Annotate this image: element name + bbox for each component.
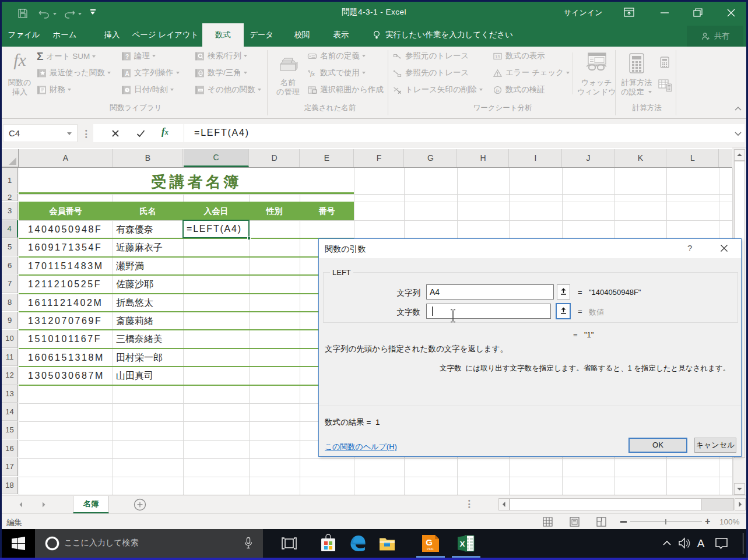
insert-function-button[interactable]: fx 関数の挿入 [5, 50, 34, 96]
column-header-f[interactable]: F [354, 149, 404, 167]
active-cell-c4[interactable]: =LEFT(A4) [182, 220, 250, 238]
ribbon-item-trace-precedents[interactable]: 参照元のトレース [392, 51, 469, 64]
cell-a10[interactable]: 1510101167F [28, 330, 101, 348]
ribbon-item-evaluate-formula[interactable]: fx数式の検証 [493, 84, 545, 97]
row-header-2[interactable]: 2 [2, 194, 18, 201]
tray-ime-icon[interactable]: A [695, 529, 707, 558]
tab-file[interactable]: ファイル [4, 23, 44, 47]
calculate-now-button[interactable] [659, 57, 670, 69]
table-header-cell[interactable]: 性別 [249, 202, 300, 220]
show-desktop-strip[interactable] [743, 533, 743, 554]
ribbon-item-datetime[interactable]: 日付/時刻 [121, 84, 174, 97]
tab-view[interactable]: 表示 [323, 23, 359, 47]
next-sheet-icon[interactable] [41, 501, 47, 508]
share-button[interactable]: 共有 [687, 26, 743, 47]
cell-b4[interactable]: 有森優奈 [116, 220, 153, 238]
cell-b11[interactable]: 田村栄一郎 [116, 348, 163, 367]
new-sheet-icon[interactable] [133, 498, 147, 512]
cell-a12[interactable]: 1305030687M [28, 367, 104, 385]
edge-icon[interactable] [349, 529, 367, 558]
row-header-9[interactable]: 9 [2, 312, 18, 329]
vscroll-up-button[interactable] [734, 149, 745, 161]
column-header-l[interactable]: L [667, 149, 719, 167]
sign-in-button[interactable]: サインイン [564, 8, 603, 18]
ribbon-item-use-in-formula[interactable]: fx数式で使用 [307, 68, 366, 80]
expand-formula-bar-icon[interactable] [734, 131, 742, 137]
ribbon-item-text[interactable]: A文字列操作 [121, 68, 180, 80]
tab-review[interactable]: 校閲 [284, 23, 320, 47]
row-header-12[interactable]: 12 [2, 367, 18, 384]
insert-function-icon[interactable]: fx [161, 126, 168, 138]
minimize-button[interactable] [653, 6, 676, 20]
zoom-slider-handle[interactable] [665, 519, 666, 524]
row-header-10[interactable]: 10 [2, 330, 18, 347]
column-header-e[interactable]: E [300, 149, 354, 167]
cell-a4[interactable]: 1404050948F [28, 220, 102, 238]
column-header-i[interactable]: I [510, 149, 562, 167]
cell-b12[interactable]: 山田真司 [116, 367, 153, 385]
tab-home[interactable]: ホーム [47, 23, 82, 47]
column-header-k[interactable]: K [615, 149, 666, 167]
cell-b9[interactable]: 斎藤莉緒 [116, 312, 153, 330]
arg2-collapse-button[interactable] [556, 303, 571, 319]
cell-b7[interactable]: 佐藤沙耶 [116, 275, 153, 293]
calculate-sheet-button[interactable] [658, 79, 673, 92]
name-box-dropdown-icon[interactable] [67, 132, 72, 135]
cell-a6[interactable]: 1701151483M [28, 257, 104, 275]
ribbon-item-show-formulas[interactable]: 15数式の表示 [493, 51, 545, 64]
row-header-3[interactable]: 3 [2, 202, 18, 220]
taskbar-search[interactable]: ここに入力して検索 [35, 529, 263, 558]
ribbon-item-create-from-selection[interactable]: 選択範囲から作成 [307, 84, 384, 97]
column-header-d[interactable]: D [250, 149, 300, 167]
cell-b6[interactable]: 瀬野満 [116, 257, 144, 275]
column-header-b[interactable]: B [113, 149, 183, 167]
normal-view-icon[interactable] [543, 517, 553, 527]
table-header-cell[interactable]: 氏名 [113, 202, 183, 220]
tab-insert[interactable]: 挿入 [95, 23, 129, 47]
ribbon-item-more-functions[interactable]: その他の関数 [195, 84, 261, 97]
confirm-entry-icon[interactable] [136, 129, 145, 138]
column-header-c[interactable]: C [184, 149, 249, 167]
ribbon-item-logical[interactable]: ?論理 [121, 51, 156, 64]
row-header-1[interactable]: 1 [2, 168, 18, 193]
row-header-6[interactable]: 6 [2, 257, 18, 274]
function-help-link[interactable]: この関数のヘルプ(H) [325, 442, 397, 452]
zoom-out-button[interactable] [620, 521, 627, 523]
cancel-entry-icon[interactable] [111, 129, 120, 138]
close-button[interactable] [719, 6, 743, 20]
start-button[interactable] [2, 529, 35, 558]
ribbon-item-math[interactable]: 数学/三角 [195, 68, 247, 80]
zoom-level[interactable]: 100% [719, 517, 740, 526]
table-header-cell[interactable]: 会員番号 [19, 202, 113, 220]
explorer-icon[interactable] [378, 529, 396, 558]
row-header-16[interactable]: 16 [2, 440, 18, 457]
sheet-tab-active[interactable]: 名簿 [73, 496, 109, 514]
cancel-button[interactable]: キャンセル [694, 438, 736, 453]
ribbon-item-recent[interactable]: 最近使った関数 [37, 68, 111, 80]
table-header-cell[interactable]: 番号 [300, 202, 354, 220]
cell-b10[interactable]: 三橋奈緒美 [116, 330, 163, 348]
watch-window-button[interactable]: ウォッチウィンドウ [575, 50, 617, 96]
ribbon-item-autosum[interactable]: Σオート SUM [37, 51, 96, 64]
tray-notifications-icon[interactable] [714, 529, 729, 558]
column-header-j[interactable]: J [563, 149, 614, 167]
tray-chevron-up-icon[interactable] [661, 529, 673, 558]
task-view-icon[interactable] [280, 529, 298, 558]
mic-icon[interactable] [244, 537, 253, 550]
cell-b5[interactable]: 近藤麻衣子 [116, 238, 163, 256]
tab-formulas[interactable]: 数式 [202, 23, 244, 47]
prev-sheet-icon[interactable] [18, 501, 24, 508]
page-layout-view-icon[interactable] [570, 517, 580, 527]
ribbon-item-financial[interactable]: 財務 [37, 84, 71, 97]
table-header-cell[interactable]: 入会日 [183, 202, 249, 220]
tab-data[interactable]: データ [244, 23, 279, 47]
cell-a9[interactable]: 1312070769F [28, 312, 102, 330]
formula-input[interactable]: =LEFT(A4) [184, 124, 745, 142]
tell-me-box[interactable]: 実行したい作業を入力してください [385, 23, 513, 47]
name-box[interactable]: C4 [3, 124, 78, 142]
tab-bar-splitter[interactable]: ⦁⦁⦁ [468, 499, 470, 509]
ribbon-display-options-icon[interactable] [617, 6, 641, 20]
ribbon-item-error-checking[interactable]: エラー チェック [493, 68, 570, 80]
arg1-collapse-button[interactable] [557, 284, 570, 300]
column-header-g[interactable]: G [405, 149, 457, 167]
